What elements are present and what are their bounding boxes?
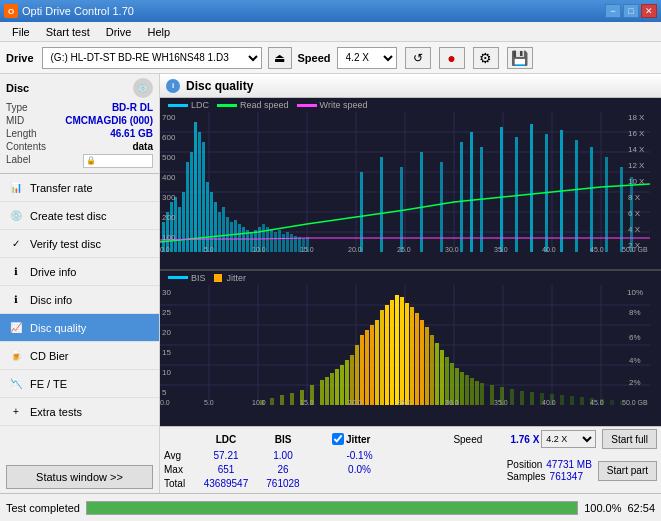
sidebar-item-extra-tests[interactable]: + Extra tests [0, 398, 159, 426]
bottom-chart-svg: 30 25 20 15 10 5 10% 8% 6% 4% 2% 0.0 [160, 285, 650, 405]
save-button[interactable]: 💾 [507, 47, 533, 69]
svg-rect-163 [325, 377, 329, 405]
jitter-checkbox[interactable] [332, 433, 344, 445]
samples-value: 761347 [550, 471, 583, 482]
disc-section-title: Disc [6, 82, 29, 94]
svg-text:20: 20 [162, 328, 171, 337]
max-label: Max [164, 464, 194, 477]
type-label: Type [6, 102, 28, 113]
svg-rect-47 [286, 232, 289, 252]
svg-rect-141 [480, 383, 484, 405]
svg-text:14 X: 14 X [628, 145, 645, 154]
svg-text:200: 200 [162, 213, 176, 222]
svg-text:20.0: 20.0 [348, 246, 362, 252]
position-row: Position 47731 MB [507, 459, 592, 470]
svg-text:12 X: 12 X [628, 161, 645, 170]
eject-button[interactable]: ⏏ [268, 47, 292, 69]
svg-text:30.0: 30.0 [445, 399, 459, 405]
svg-text:400: 400 [162, 173, 176, 182]
status-window-button[interactable]: Status window >> [6, 465, 153, 489]
disc-quality-title: Disc quality [186, 79, 253, 93]
nav-label: Extra tests [30, 406, 82, 418]
svg-text:18 X: 18 X [628, 113, 645, 122]
menu-drive[interactable]: Drive [98, 22, 140, 42]
maximize-button[interactable]: □ [623, 4, 639, 18]
svg-rect-159 [290, 393, 294, 405]
svg-rect-67 [590, 147, 593, 252]
bis-legend: BIS [168, 273, 206, 283]
svg-rect-34 [234, 220, 237, 252]
sidebar-item-fe-te[interactable]: 📉 FE / TE [0, 370, 159, 398]
svg-rect-48 [290, 234, 293, 252]
svg-text:50.0 GB: 50.0 GB [622, 246, 648, 252]
disc-icon[interactable]: 💿 [133, 78, 153, 98]
avg-label: Avg [164, 450, 194, 463]
svg-rect-24 [194, 122, 197, 252]
sidebar-item-disc-quality[interactable]: 📈 Disc quality [0, 314, 159, 342]
refresh-button[interactable]: ↺ [405, 47, 431, 69]
sidebar-item-transfer-rate[interactable]: 📊 Transfer rate [0, 174, 159, 202]
svg-rect-25 [198, 132, 201, 252]
stats-data-rows: Avg Max Total 57.21 651 43689547 1.00 26… [164, 450, 657, 491]
svg-rect-165 [335, 369, 339, 405]
contents-value: data [132, 141, 153, 152]
svg-text:300: 300 [162, 193, 176, 202]
status-bar: Test completed 100.0% 62:54 [0, 493, 661, 521]
minimize-button[interactable]: − [605, 4, 621, 18]
sidebar-item-drive-info[interactable]: ℹ Drive info [0, 258, 159, 286]
disc-quality-header: i Disc quality [160, 74, 661, 98]
svg-rect-20 [178, 207, 181, 252]
samples-row: Samples 761347 [507, 471, 592, 482]
bis-header: BIS [258, 434, 308, 445]
menu-help[interactable]: Help [139, 22, 178, 42]
svg-rect-59 [470, 132, 473, 252]
sidebar-item-disc-info[interactable]: ℹ Disc info [0, 286, 159, 314]
svg-text:5: 5 [162, 388, 167, 397]
jitter-avg: -0.1% [332, 450, 387, 463]
svg-rect-144 [510, 389, 514, 405]
disc-info-icon: ℹ [8, 294, 24, 306]
sidebar-item-verify-test-disc[interactable]: ✓ Verify test disc [0, 230, 159, 258]
burn-button[interactable]: ● [439, 47, 465, 69]
drive-select[interactable]: (G:) HL-DT-ST BD-RE WH16NS48 1.D3 [42, 47, 262, 69]
disc-quality-icon: i [166, 79, 180, 93]
svg-text:700: 700 [162, 113, 176, 122]
speed-stat-select[interactable]: 4.2 X [541, 430, 596, 448]
top-chart-svg: 700 600 500 400 300 200 100 18 X 16 X 14… [160, 112, 650, 252]
svg-text:25.0: 25.0 [397, 246, 411, 252]
label-input[interactable]: 🔒 [83, 154, 153, 168]
svg-rect-126 [405, 303, 409, 405]
svg-rect-119 [370, 325, 374, 405]
speed-select[interactable]: 4.2 X [337, 47, 397, 69]
svg-rect-46 [282, 234, 285, 252]
sidebar-item-create-test-disc[interactable]: 💿 Create test disc [0, 202, 159, 230]
charts-container: LDC Read speed Write speed [160, 98, 661, 426]
bis-avg: 1.00 [258, 450, 308, 463]
svg-rect-122 [385, 305, 389, 405]
nav-label: Verify test disc [30, 238, 101, 250]
nav-label: Transfer rate [30, 182, 93, 194]
progress-bar-container [86, 501, 578, 515]
svg-rect-56 [420, 152, 423, 252]
start-part-button[interactable]: Start part [598, 461, 657, 481]
elapsed-time: 62:54 [627, 502, 655, 514]
title-bar-left: O Opti Drive Control 1.70 [4, 4, 134, 18]
start-full-button[interactable]: Start full [602, 429, 657, 449]
svg-rect-44 [274, 232, 277, 252]
svg-rect-118 [365, 330, 369, 405]
svg-rect-43 [270, 230, 273, 252]
settings-button[interactable]: ⚙ [473, 47, 499, 69]
content-area: i Disc quality LDC Read speed [160, 74, 661, 493]
svg-rect-132 [435, 343, 439, 405]
transfer-rate-icon: 📊 [8, 182, 24, 194]
svg-rect-140 [475, 381, 479, 405]
close-button[interactable]: ✕ [641, 4, 657, 18]
nav-label: CD Bier [30, 350, 69, 362]
menu-file[interactable]: File [4, 22, 38, 42]
svg-text:25: 25 [162, 308, 171, 317]
sidebar-item-cd-bier[interactable]: 🍺 CD Bier [0, 342, 159, 370]
menu-start-test[interactable]: Start test [38, 22, 98, 42]
svg-text:500: 500 [162, 153, 176, 162]
speed-stat-label: Speed [453, 434, 482, 445]
svg-text:8 X: 8 X [628, 193, 641, 202]
